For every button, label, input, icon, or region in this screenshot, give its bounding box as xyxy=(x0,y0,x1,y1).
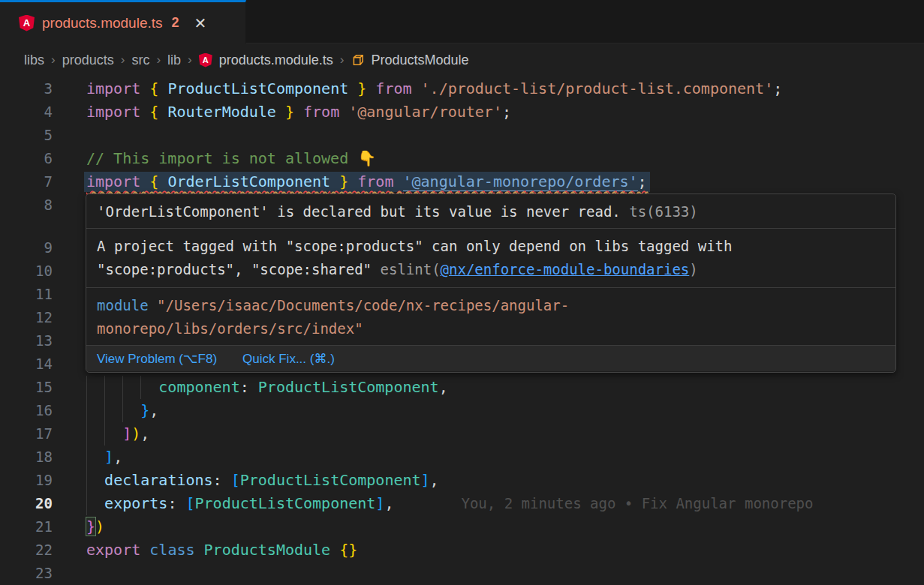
code-token xyxy=(86,494,104,512)
code-line-21[interactable]: 21}) xyxy=(0,515,924,538)
code-token xyxy=(140,541,149,559)
code-line-5[interactable]: 5 xyxy=(0,124,924,147)
code-token: component xyxy=(158,378,239,396)
code-token: ProductListComponent xyxy=(195,494,376,512)
code-token: , xyxy=(140,424,149,442)
code-token: } xyxy=(357,80,366,98)
diagnostic-hover-popup: 'OrderListComponent' is declared but its… xyxy=(86,194,896,373)
code-token: ] xyxy=(375,494,384,512)
line-content: // This import is not allowed 👇 xyxy=(86,147,376,170)
quick-fix-button[interactable]: Quick Fix... (⌘.) xyxy=(242,351,335,367)
vscode-window: A products.module.ts 2 ✕ libs›products›s… xyxy=(0,0,924,585)
code-token xyxy=(276,103,285,121)
breadcrumb-separator: › xyxy=(51,52,56,68)
line-number-17: 17 xyxy=(0,422,53,446)
code-token: from xyxy=(375,80,411,98)
code-line-17[interactable]: 17 ]), xyxy=(0,422,924,446)
indent-guide xyxy=(104,376,105,399)
close-icon[interactable]: ✕ xyxy=(194,14,207,32)
code-token: : xyxy=(167,494,176,512)
code-token: class xyxy=(149,541,194,559)
code-token xyxy=(86,401,140,419)
breadcrumb-symbol[interactable]: ProductsModule xyxy=(372,52,469,68)
code-token: { xyxy=(149,80,158,98)
code-token: '@angular/router' xyxy=(348,103,502,121)
code-token: : xyxy=(240,378,249,396)
line-content: ]), xyxy=(86,422,149,446)
code-token: , xyxy=(439,378,448,396)
code-token xyxy=(339,103,348,121)
tab-products-module[interactable]: A products.module.ts 2 ✕ xyxy=(0,0,246,44)
code-line-22[interactable]: 22export class ProductsModule {} xyxy=(0,538,924,562)
breadcrumb-item-products[interactable]: products xyxy=(62,52,114,68)
code-token: , xyxy=(113,448,122,466)
line-number-5: 5 xyxy=(0,124,53,147)
code-token: { xyxy=(149,103,158,121)
line-number-4: 4 xyxy=(0,100,53,124)
indent-guide xyxy=(86,399,87,422)
line-number-19: 19 xyxy=(0,469,53,492)
line-content: }) xyxy=(86,515,104,538)
code-line-19[interactable]: 19 declarations: [ProductListComponent], xyxy=(0,469,924,492)
indent-guide xyxy=(86,469,87,492)
code-token xyxy=(86,448,104,466)
code-token: [ xyxy=(185,494,194,512)
code-token: 👇 xyxy=(357,149,376,167)
line-number-3: 3 xyxy=(0,77,53,100)
code-token xyxy=(158,103,167,121)
code-token xyxy=(176,494,185,512)
line-content: component: ProductListComponent, xyxy=(86,376,448,399)
code-token xyxy=(294,103,303,121)
indent-guide xyxy=(122,376,123,399)
code-token: RouterModule xyxy=(167,103,276,121)
code-line-15[interactable]: 15 component: ProductListComponent, xyxy=(0,376,924,399)
code-line-23[interactable]: 23 xyxy=(0,562,924,585)
line-number-16: 16 xyxy=(0,399,53,422)
breadcrumb-file[interactable]: products.module.ts xyxy=(219,52,333,68)
code-token: ) xyxy=(95,518,104,536)
indent-guide xyxy=(122,399,123,422)
code-token: } xyxy=(140,401,149,419)
angular-file-icon: A xyxy=(19,15,35,32)
code-line-7[interactable]: 7import { OrderListComponent } from '@an… xyxy=(0,170,924,194)
code-line-6[interactable]: 6// This import is not allowed 👇 xyxy=(0,147,924,170)
code-token xyxy=(195,541,204,559)
code-token xyxy=(412,80,421,98)
indent-guide xyxy=(86,422,87,446)
line-number-15: 15 xyxy=(0,376,53,399)
breadcrumb-item-src[interactable]: src xyxy=(131,52,149,68)
line-number-10: 10 xyxy=(0,260,53,283)
breadcrumb-separator: › xyxy=(188,52,192,68)
code-token: ; xyxy=(773,80,782,98)
code-token: declarations xyxy=(104,471,213,489)
eslint-message-line2: "scope:products", "scope:shared" xyxy=(97,261,381,278)
code-token: import xyxy=(86,80,140,98)
view-problem-button[interactable]: View Problem (⌥F8) xyxy=(97,351,217,367)
breadcrumb-item-libs[interactable]: libs xyxy=(24,52,44,68)
line-number-8: 8 xyxy=(0,194,53,217)
code-line-4[interactable]: 4import { RouterModule } from '@angular/… xyxy=(0,100,924,124)
breadcrumb-item-lib[interactable]: lib xyxy=(167,52,181,68)
breadcrumb-separator: › xyxy=(121,52,125,68)
hover-ts-diagnostic: 'OrderListComponent' is declared but its… xyxy=(86,194,895,229)
code-token xyxy=(86,471,104,489)
breadcrumb-separator: › xyxy=(156,52,161,68)
hover-module-info: module "/Users/isaac/Documents/code/nx-r… xyxy=(86,288,895,346)
hover-eslint-diagnostic: A project tagged with "scope:products" c… xyxy=(86,229,895,288)
code-token: ] xyxy=(421,471,430,489)
code-token: ProductListComponent xyxy=(240,471,421,489)
line-number-21: 21 xyxy=(0,515,53,538)
line-number-11: 11 xyxy=(0,283,53,306)
code-line-18[interactable]: 18 ], xyxy=(0,446,924,469)
code-line-3[interactable]: 3import { ProductListComponent } from '.… xyxy=(0,77,924,100)
code-token: // This import is not allowed xyxy=(86,149,357,167)
module-path-line1: "/Users/isaac/Documents/code/nx-recipes/… xyxy=(157,297,569,314)
indent-guide xyxy=(86,492,87,515)
code-token: , xyxy=(149,401,158,419)
line-content: import { RouterModule } from '@angular/r… xyxy=(86,100,511,124)
eslint-rule-link[interactable]: @nx/enforce-module-boundaries xyxy=(441,261,690,278)
code-line-16[interactable]: 16 }, xyxy=(0,399,924,422)
code-token: {} xyxy=(339,541,357,559)
code-token: ] xyxy=(122,424,131,442)
code-line-20[interactable]: 20 exports: [ProductListComponent],You, … xyxy=(0,492,924,515)
